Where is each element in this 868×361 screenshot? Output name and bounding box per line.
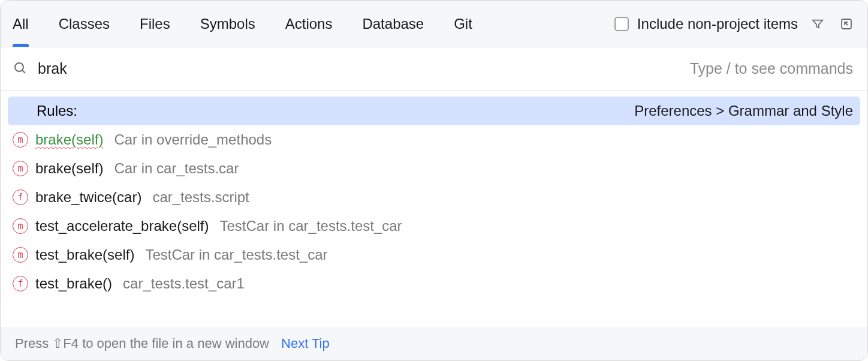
- search-row: Type / to see commands: [1, 47, 867, 91]
- open-in-window-icon[interactable]: [837, 15, 855, 33]
- result-name: brake_twice(car): [35, 189, 141, 206]
- tab-git[interactable]: Git: [454, 1, 472, 47]
- results-list: Rules: Preferences > Grammar and Style m…: [1, 91, 867, 327]
- result-name: brake(self): [35, 131, 103, 148]
- next-tip-link[interactable]: Next Tip: [281, 336, 330, 351]
- tab-actions[interactable]: Actions: [285, 1, 333, 47]
- search-icon: [13, 61, 27, 77]
- function-icon: f: [13, 276, 28, 291]
- result-row-selected[interactable]: Rules: Preferences > Grammar and Style: [8, 97, 860, 125]
- selected-right-path: Preferences > Grammar and Style: [634, 103, 853, 119]
- result-row[interactable]: f brake_twice(car) car_tests.script: [1, 183, 867, 212]
- filter-icon[interactable]: [809, 15, 827, 33]
- tab-database[interactable]: Database: [362, 1, 424, 47]
- result-location: Car in car_tests.car: [114, 160, 239, 177]
- header-right: Include non-project items: [614, 15, 855, 33]
- tab-files[interactable]: Files: [140, 1, 170, 47]
- result-row[interactable]: m brake(self) Car in car_tests.car: [1, 154, 867, 183]
- search-everywhere-popup: All Classes Files Symbols Actions Databa…: [0, 0, 868, 361]
- result-name: test_accelerate_brake(self): [35, 218, 209, 234]
- method-icon: m: [13, 161, 28, 176]
- selected-left-label: Rules:: [37, 103, 77, 119]
- footer: Press ⇧F4 to open the file in a new wind…: [1, 327, 867, 360]
- result-location: car_tests.test_car1: [123, 275, 245, 292]
- method-icon: m: [13, 218, 28, 234]
- result-location: Car in override_methods: [114, 131, 272, 148]
- include-non-project-checkbox[interactable]: Include non-project items: [614, 16, 798, 32]
- result-name: test_brake(): [35, 275, 112, 292]
- footer-hint: Press ⇧F4 to open the file in a new wind…: [15, 336, 269, 351]
- method-icon: m: [13, 132, 28, 148]
- result-row[interactable]: m brake(self) Car in override_methods: [1, 125, 867, 154]
- result-location: car_tests.script: [152, 189, 249, 206]
- svg-point-1: [15, 63, 23, 71]
- function-icon: f: [13, 189, 28, 205]
- result-name: test_brake(self): [35, 246, 134, 263]
- result-row[interactable]: m test_brake(self) TestCar in car_tests.…: [1, 240, 867, 269]
- include-non-project-label: Include non-project items: [637, 16, 798, 32]
- checkbox-box-icon: [614, 17, 629, 31]
- result-row[interactable]: f test_brake() car_tests.test_car1: [1, 269, 867, 298]
- result-location: TestCar in car_tests.test_car: [145, 246, 327, 263]
- result-name: brake(self): [35, 160, 103, 177]
- result-location: TestCar in car_tests.test_car: [219, 218, 402, 234]
- method-icon: m: [13, 247, 28, 263]
- header: All Classes Files Symbols Actions Databa…: [1, 1, 867, 47]
- search-input[interactable]: [38, 60, 679, 77]
- result-row[interactable]: m test_accelerate_brake(self) TestCar in…: [1, 212, 867, 240]
- tab-classes[interactable]: Classes: [59, 1, 110, 47]
- tab-all[interactable]: All: [13, 1, 29, 47]
- search-hint: Type / to see commands: [690, 60, 853, 77]
- tab-symbols[interactable]: Symbols: [200, 1, 255, 47]
